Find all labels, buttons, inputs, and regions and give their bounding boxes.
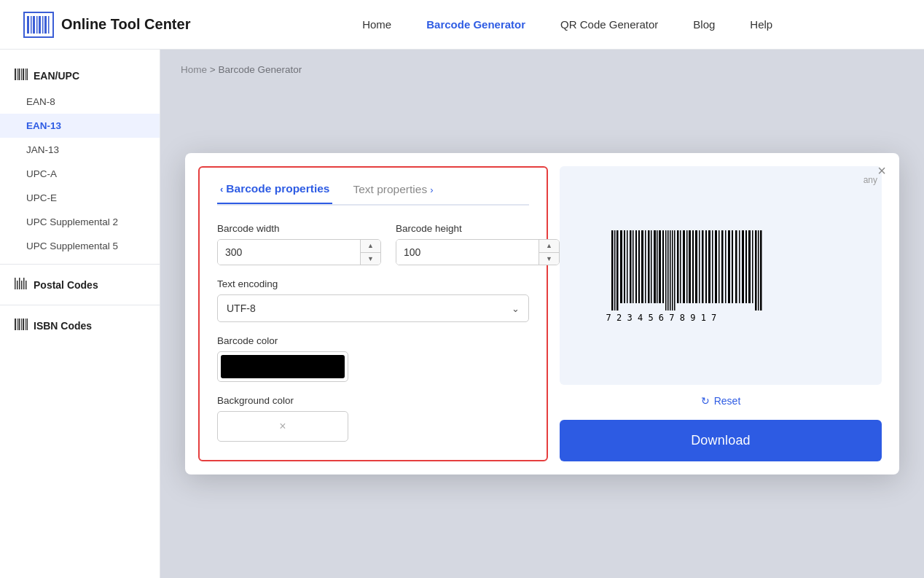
svg-rect-3 — [36, 16, 38, 34]
sidebar-item-upca[interactable]: UPC-A — [0, 162, 160, 186]
svg-rect-54 — [686, 230, 688, 303]
barcode-width-down[interactable]: ▼ — [361, 253, 380, 265]
barcode-color-label: Barcode color — [217, 335, 529, 346]
barcode-height-up[interactable]: ▲ — [539, 240, 559, 253]
panel-tabs: ‹ Barcode properties Text properties › — [217, 182, 529, 206]
svg-rect-14 — [27, 69, 28, 80]
svg-rect-68 — [732, 230, 733, 303]
right-chevron-icon: › — [430, 184, 433, 195]
postal-icon — [15, 278, 28, 292]
svg-rect-76 — [758, 230, 759, 311]
barcode-color-swatch[interactable] — [217, 351, 348, 382]
any-hint: any — [864, 175, 877, 185]
barcode-width-input[interactable] — [218, 240, 360, 265]
nav-qr-code[interactable]: QR Code Generator — [560, 18, 658, 31]
header: Online Tool Center Home Barcode Generato… — [0, 0, 924, 50]
svg-rect-26 — [26, 319, 26, 330]
svg-rect-21 — [15, 319, 16, 330]
svg-rect-34 — [630, 230, 632, 303]
svg-rect-48 — [670, 230, 671, 311]
background-color-label: Background color — [217, 395, 529, 406]
svg-rect-73 — [748, 230, 751, 303]
clear-bg-icon[interactable]: × — [279, 420, 286, 433]
svg-rect-52 — [680, 230, 681, 303]
modal-overlay: × ‹ Barcode properties Text properties — [160, 50, 924, 578]
sidebar-section-ean-upc-label: EAN/UPC — [34, 70, 79, 82]
svg-rect-20 — [26, 281, 27, 289]
sidebar-section-isbn[interactable]: ISBN Codes — [0, 311, 160, 340]
svg-rect-6 — [44, 16, 47, 34]
svg-rect-7 — [48, 16, 50, 34]
svg-rect-70 — [739, 230, 740, 303]
svg-rect-42 — [654, 230, 656, 303]
svg-rect-32 — [624, 230, 625, 303]
svg-rect-19 — [23, 278, 25, 289]
modal-close-button[interactable]: × — [877, 163, 886, 178]
svg-rect-71 — [742, 230, 744, 303]
svg-rect-41 — [651, 230, 652, 303]
tab-text-properties[interactable]: Text properties › — [350, 183, 436, 203]
nav-help[interactable]: Help — [750, 18, 772, 31]
logo-area: Online Tool Center — [23, 12, 190, 38]
sidebar-section-postal[interactable]: Postal Codes — [0, 270, 160, 299]
svg-rect-17 — [19, 278, 20, 289]
nav-home[interactable]: Home — [362, 18, 391, 31]
svg-rect-58 — [699, 230, 700, 303]
svg-rect-13 — [26, 69, 26, 80]
barcode-height-group: Barcode height ▲ ▼ — [396, 223, 560, 265]
tab-barcode-properties[interactable]: ‹ Barcode properties — [217, 182, 332, 204]
barcode-height-label: Barcode height — [396, 223, 560, 234]
background-color-swatch[interactable]: × — [217, 411, 348, 442]
barcode-height-input[interactable] — [396, 240, 539, 265]
logo-icon — [23, 12, 54, 38]
text-encoding-select[interactable]: UTF-8 ISO-8859-1 ASCII — [218, 295, 528, 321]
sidebar-item-ean13[interactable]: EAN-13 — [0, 114, 160, 138]
svg-rect-60 — [705, 230, 707, 303]
sidebar-item-jan13[interactable]: JAN-13 — [0, 138, 160, 162]
download-button[interactable]: Download — [560, 420, 882, 461]
reset-icon: ↻ — [701, 395, 710, 407]
svg-rect-40 — [648, 230, 650, 303]
svg-rect-15 — [15, 278, 16, 289]
svg-rect-4 — [39, 16, 41, 34]
isbn-icon — [15, 319, 28, 332]
sidebar-item-upc-sup5[interactable]: UPC Supplemental 5 — [0, 234, 160, 258]
sidebar-section-ean-upc[interactable]: EAN/UPC — [0, 61, 160, 90]
barcode-svg: 9 7 7 2 3 4 5 6 7 8 9 1 7 — [604, 224, 837, 327]
svg-rect-11 — [21, 69, 22, 80]
nav-blog[interactable]: Blog — [693, 18, 715, 31]
barcode-width-up[interactable]: ▲ — [361, 240, 380, 253]
svg-rect-72 — [745, 230, 747, 303]
svg-rect-46 — [665, 230, 667, 311]
sidebar-item-upc-sup2[interactable]: UPC Supplemental 2 — [0, 210, 160, 234]
sidebar-section-postal-label: Postal Codes — [34, 279, 98, 291]
svg-rect-9 — [17, 69, 18, 80]
svg-rect-16 — [17, 281, 18, 289]
sidebar-item-ean8[interactable]: EAN-8 — [0, 90, 160, 114]
svg-rect-1 — [31, 16, 32, 34]
svg-rect-74 — [752, 230, 753, 303]
tab-barcode-properties-label: Barcode properties — [226, 182, 329, 195]
svg-rect-59 — [702, 230, 704, 303]
svg-rect-77 — [760, 230, 762, 311]
barcode-height-down[interactable]: ▼ — [539, 253, 559, 265]
svg-rect-31 — [620, 230, 622, 303]
svg-rect-67 — [728, 230, 730, 303]
svg-rect-22 — [17, 319, 18, 330]
reset-button[interactable]: ↻ Reset — [701, 395, 741, 407]
svg-rect-24 — [21, 319, 22, 330]
content-area: Home > Barcode Generator × ‹ Barcode pro… — [160, 50, 924, 578]
nav-barcode-generator[interactable]: Barcode Generator — [426, 18, 525, 31]
svg-rect-64 — [719, 230, 720, 303]
svg-rect-69 — [735, 230, 737, 303]
sidebar-item-upce[interactable]: UPC-E — [0, 186, 160, 210]
svg-rect-30 — [616, 230, 619, 311]
svg-rect-49 — [672, 230, 673, 311]
svg-rect-36 — [635, 230, 637, 303]
main-nav: Home Barcode Generator QR Code Generator… — [234, 18, 901, 31]
svg-rect-50 — [674, 230, 676, 311]
svg-rect-53 — [683, 230, 685, 303]
svg-rect-63 — [715, 230, 717, 303]
svg-rect-62 — [712, 230, 713, 303]
svg-rect-5 — [42, 16, 44, 34]
